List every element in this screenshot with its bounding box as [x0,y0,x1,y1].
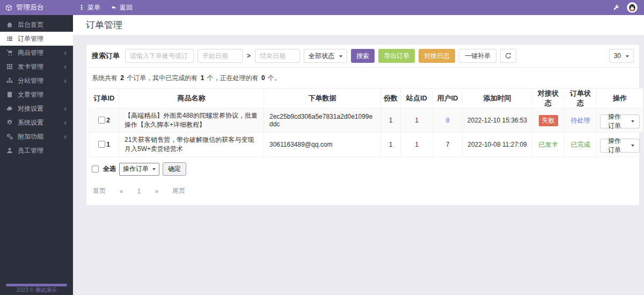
order-action-select[interactable]: 操作订单 [600,139,640,153]
sidebar-item-label: 发卡管理 [18,62,43,71]
chevron-down-icon [339,55,342,59]
order-id: 1 [106,141,110,148]
page-size-value: 30 [614,52,621,60]
top-links: ⋮ 菜单 返回 [73,3,133,12]
brand-title: 管理后台 [16,3,44,12]
sidebar-item-label: 订单管理 [18,34,43,44]
gear-icon [6,119,13,126]
page-first[interactable]: 首页 [93,186,106,196]
copyright-brand: 测试演示 [35,287,57,293]
table-header-row: 订单ID商品名称下单数据份数站点ID用户ID添加时间对接状态订单状态操作 [90,89,643,109]
back-label: 返回 [120,3,133,12]
page-next[interactable]: » [155,188,158,195]
column-header: 下单数据 [264,89,381,109]
sidebar-item-cards[interactable]: 发卡管理‹ [0,60,73,74]
select-all-checkbox[interactable] [92,166,99,172]
sidebar-item-label: 商品管理 [18,48,43,57]
chevron-left-icon: ‹ [64,63,67,70]
chevron-left-icon: ‹ [64,119,67,126]
back-arrow-icon [111,5,117,11]
product-name-cell: 21天获客销售营，带你破解微信的获客与变现 月入5W+卖货经营术 [119,133,264,157]
menu-label: 菜单 [87,3,100,12]
menu-dots-icon: ⋮ [78,4,85,11]
sidebar-item-substations[interactable]: 分站管理‹ [0,74,73,88]
sidebar-item-docking[interactable]: 对接设置‹ [0,102,73,116]
page-size-select[interactable]: 30 [609,49,634,63]
sidebar-item-articles[interactable]: 文章管理 [0,88,73,102]
row-checkbox[interactable] [98,117,105,124]
page-last[interactable]: 尾页 [172,186,185,196]
wrench-icon[interactable] [613,4,619,11]
confirm-button[interactable]: 确定 [163,162,186,176]
created-at-cell: 2022-10-08 11:27:09 [463,133,532,157]
order-id: 2 [106,117,110,124]
sidebar-item-label: 分站管理 [18,76,43,85]
menu-toggle[interactable]: ⋮ 菜单 [78,3,100,12]
search-orders-label: 搜索订单 [92,51,120,61]
order-action-select[interactable]: 操作订单 [600,114,640,128]
resupply-button[interactable]: 一键补单 [459,49,496,63]
order-search-input[interactable] [125,49,194,63]
refresh-button[interactable] [500,49,516,63]
table-row: 2【高端精品】外面卖488的陀螺世界协议，批量操作【永久脚本+详细教程】2ec2… [90,109,643,133]
user-id[interactable]: 8 [446,117,450,124]
orders-summary: 系统共有 2 个订单，其中已完成的有 1 个，正在处理的有 0 个。 [86,68,639,85]
created-at-cell: 2022-12-10 15:36:53 [463,109,532,133]
page-prev[interactable]: « [120,188,123,195]
chevron-down-icon [626,55,629,59]
sidebar-item-products[interactable]: 商品管理‹ [0,46,73,60]
orders-table: 订单ID商品名称下单数据份数站点ID用户ID添加时间对接状态订单状态操作 2【高… [89,88,643,157]
column-header: 份数 [381,89,401,109]
summary-count: 2 [120,74,124,82]
start-date-input[interactable] [197,49,243,63]
column-header: 商品名称 [119,89,264,109]
sidebar-item-system[interactable]: 系统设置‹ [0,116,73,129]
gears-icon [6,133,13,140]
table-row: 121天获客销售营，带你破解微信的获客与变现 月入5W+卖货经营术3061163… [90,133,643,157]
page-current[interactable]: 1 [137,188,141,195]
chevron-left-icon: ‹ [64,105,67,112]
column-header: 添加时间 [463,89,532,109]
home-icon [6,21,13,28]
brand[interactable]: 管理后台 [0,3,73,12]
dock-log-button[interactable]: 对接日志 [419,49,455,63]
order-status: 已完成 [571,141,590,148]
order-action-value: 操作订单 [605,136,624,155]
sitemap-icon [6,77,13,84]
chevron-left-icon: ‹ [64,77,67,84]
user-avatar[interactable] [627,2,638,13]
sidebar-item-label: 系统设置 [18,118,43,127]
top-header: 管理后台 ⋮ 菜单 返回 [0,0,644,15]
sidebar-item-label: 文章管理 [18,90,43,99]
summary-text: 个。 [266,74,281,82]
order-action-value: 操作订单 [605,112,624,131]
end-date-input[interactable] [255,49,300,63]
cube-icon [5,4,12,11]
back-button[interactable]: 返回 [111,3,133,12]
sidebar-item-home[interactable]: 后台首页 [0,18,73,32]
chevron-down-icon [631,145,634,148]
quantity-cell: 1 [381,109,401,133]
site-id-cell: 1 [401,109,433,133]
order-data-cell: 3061163489@qq.com [264,133,381,157]
sidebar-item-label: 后台首页 [18,20,43,30]
dock-status-badge: 失败 [539,115,558,126]
status-select[interactable]: 全部状态 [304,49,347,63]
sidebar-item-extras[interactable]: 附加功能‹ [0,129,73,143]
summary-count: 0 [261,74,265,82]
copyright-year: 2023 © [16,287,33,293]
column-header: 对接状态 [532,89,565,109]
search-button[interactable]: 搜索 [351,49,375,63]
top-right-tools [613,2,644,13]
bulk-actions: 全选 操作订单 确定 [86,157,639,180]
sidebar-item-orders[interactable]: 订单管理 [0,32,73,46]
book-icon [6,91,13,98]
sidebar-item-staff[interactable]: 员工管理 [0,143,73,157]
export-orders-button[interactable]: 导出订单 [378,49,415,63]
order-status: 待处理 [571,117,590,124]
orders-card: 搜索订单 > 全部状态 搜索 导出订单 对接日志 一键补单 30 [86,44,640,206]
bulk-action-select[interactable]: 操作订单 [119,163,159,176]
row-checkbox[interactable] [98,141,105,148]
list-icon [6,35,13,42]
cloud-icon [6,105,13,112]
